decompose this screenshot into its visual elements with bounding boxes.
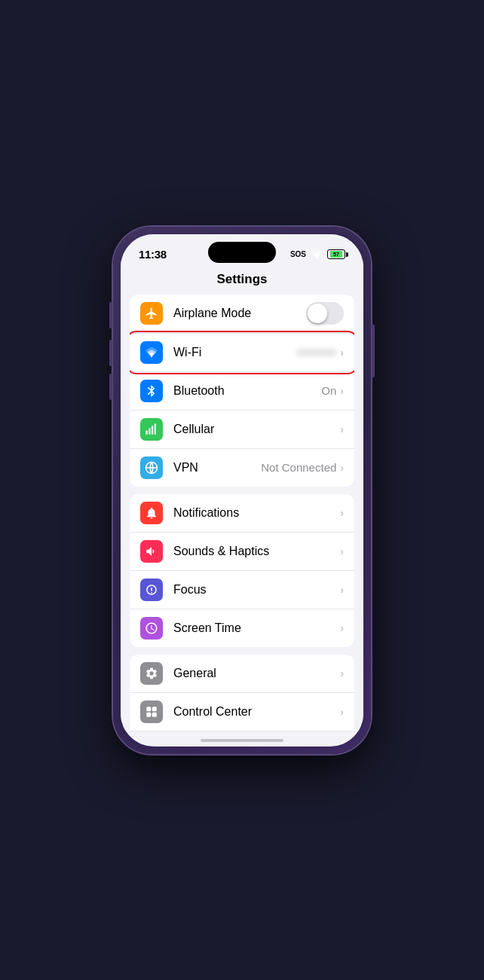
notifications-icon-wrap (140, 502, 163, 524)
screen-time-icon-wrap (140, 617, 163, 640)
control-center-chevron: › (340, 706, 344, 718)
notifications-label: Notifications (173, 506, 340, 520)
wifi-network-name: •••••••••• (297, 346, 337, 359)
screen-time-label: Screen Time (173, 621, 340, 635)
settings-row-control-center[interactable]: Control Center › (130, 693, 354, 731)
screen-time-chevron: › (340, 622, 344, 634)
wifi-row-container: Wi-Fi •••••••••• › (130, 333, 354, 372)
settings-row-notifications[interactable]: Notifications › (130, 494, 354, 533)
phone-frame: 11:38 SOS 57 (113, 227, 371, 754)
page-title: Settings (121, 272, 363, 287)
settings-row-vpn[interactable]: VPN Not Connected › (130, 449, 354, 487)
page-title-bar: Settings (121, 269, 363, 295)
svg-rect-11 (152, 712, 157, 716)
settings-group-notifications: Notifications › Sounds & Haptics › (130, 494, 354, 647)
svg-rect-10 (146, 712, 151, 716)
cellular-icon-wrap (140, 418, 163, 441)
battery-fill: 57 (330, 251, 342, 258)
sos-label: SOS (290, 250, 306, 258)
bluetooth-label: Bluetooth (173, 384, 321, 398)
settings-row-cellular[interactable]: Cellular › (130, 411, 354, 449)
status-bar: 11:38 SOS 57 (121, 234, 363, 269)
svg-rect-3 (149, 428, 150, 434)
bluetooth-chevron: › (340, 385, 344, 397)
focus-chevron: › (340, 584, 344, 596)
settings-group-connectivity: Airplane Mode (130, 295, 354, 487)
settings-row-screen-time[interactable]: Screen Time › (130, 609, 354, 647)
settings-row-airplane-mode[interactable]: Airplane Mode (130, 295, 354, 333)
cellular-label: Cellular (173, 423, 340, 436)
general-label: General (173, 667, 340, 680)
svg-rect-9 (152, 707, 157, 711)
svg-rect-4 (152, 426, 153, 434)
bluetooth-icon-wrap (140, 380, 163, 402)
svg-point-0 (316, 257, 317, 258)
svg-rect-2 (146, 430, 148, 434)
phone-screen: 11:38 SOS 57 (121, 234, 363, 746)
settings-content[interactable]: Airplane Mode (121, 295, 363, 731)
dynamic-island (208, 242, 276, 263)
settings-row-focus[interactable]: Focus › (130, 571, 354, 609)
settings-group-device: General › Control Center › (130, 655, 354, 731)
wifi-status-icon (310, 247, 323, 262)
volume-up-button[interactable] (109, 340, 112, 366)
home-indicator (201, 739, 283, 742)
control-center-icon-wrap (140, 701, 163, 723)
status-icons: SOS 57 (290, 247, 345, 262)
sounds-label: Sounds & Haptics (173, 545, 340, 558)
volume-down-button[interactable] (109, 374, 112, 400)
svg-rect-5 (155, 423, 156, 434)
settings-row-sounds[interactable]: Sounds & Haptics › (130, 533, 354, 571)
focus-icon-wrap (140, 579, 163, 601)
notifications-chevron: › (340, 507, 344, 519)
vpn-label: VPN (173, 461, 261, 475)
battery-icon: 57 (327, 249, 345, 259)
status-time: 11:38 (139, 248, 167, 261)
svg-point-1 (151, 356, 152, 357)
wifi-label: Wi-Fi (173, 346, 297, 359)
settings-row-bluetooth[interactable]: Bluetooth On › (130, 372, 354, 411)
svg-rect-8 (146, 707, 151, 711)
settings-row-general[interactable]: General › (130, 655, 354, 693)
wifi-chevron: › (340, 347, 344, 359)
settings-row-wifi[interactable]: Wi-Fi •••••••••• › (130, 333, 354, 372)
vpn-icon-wrap (140, 456, 163, 479)
bluetooth-value: On (321, 384, 336, 397)
cellular-chevron: › (340, 423, 344, 435)
airplane-mode-toggle[interactable] (306, 302, 344, 325)
sounds-icon-wrap (140, 540, 163, 563)
general-icon-wrap (140, 662, 163, 685)
control-center-label: Control Center (173, 705, 340, 719)
vpn-value: Not Connected (261, 461, 336, 474)
wifi-icon-wrap (140, 341, 163, 364)
sounds-chevron: › (340, 545, 344, 557)
airplane-mode-label: Airplane Mode (173, 307, 306, 320)
focus-label: Focus (173, 583, 340, 597)
airplane-mode-icon-wrap (140, 302, 163, 325)
vpn-chevron: › (340, 462, 344, 474)
general-chevron: › (340, 667, 344, 679)
